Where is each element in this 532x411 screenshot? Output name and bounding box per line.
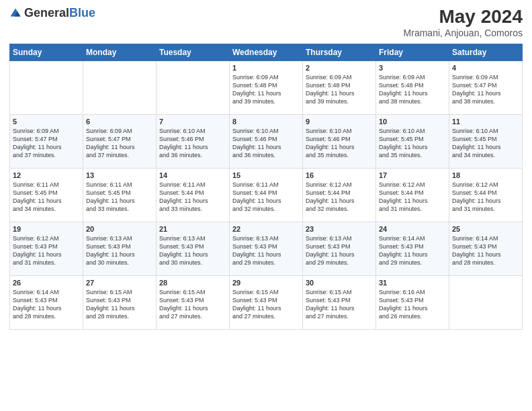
day-info: Sunrise: 6:11 AMSunset: 5:45 PMDaylight:… [86,181,153,214]
calendar-cell: 5Sunrise: 6:09 AMSunset: 5:47 PMDaylight… [10,114,83,168]
day-number: 14 [159,171,226,179]
calendar-week-4: 19Sunrise: 6:12 AMSunset: 5:43 PMDayligh… [10,222,523,275]
day-info: Sunrise: 6:10 AMSunset: 5:45 PMDaylight:… [379,127,446,160]
day-number: 11 [452,118,519,126]
day-number: 8 [232,118,300,126]
calendar-cell: 12Sunrise: 6:11 AMSunset: 5:45 PMDayligh… [10,168,83,222]
day-number: 2 [306,64,373,72]
calendar-cell: 17Sunrise: 6:12 AMSunset: 5:44 PMDayligh… [376,168,449,222]
logo: GeneralBlue [9,7,95,19]
day-info: Sunrise: 6:09 AMSunset: 5:47 PMDaylight:… [452,73,519,106]
day-info: Sunrise: 6:10 AMSunset: 5:46 PMDaylight:… [306,127,373,160]
day-number: 22 [232,225,300,233]
day-number: 3 [379,64,446,72]
calendar-cell: 22Sunrise: 6:13 AMSunset: 5:43 PMDayligh… [230,222,303,275]
main-container: GeneralBlue May 2024 Mramani, Anjouan, C… [0,0,532,334]
calendar-cell: 30Sunrise: 6:15 AMSunset: 5:43 PMDayligh… [303,275,376,329]
calendar-cell: 1Sunrise: 6:09 AMSunset: 5:48 PMDaylight… [230,60,303,114]
day-number: 30 [306,279,373,287]
day-number: 21 [159,225,226,233]
day-info: Sunrise: 6:09 AMSunset: 5:48 PMDaylight:… [232,73,300,106]
day-number: 6 [86,118,153,126]
calendar-cell: 9Sunrise: 6:10 AMSunset: 5:46 PMDaylight… [303,114,376,168]
day-info: Sunrise: 6:13 AMSunset: 5:43 PMDaylight:… [306,234,373,267]
title-block: May 2024 Mramani, Anjouan, Comoros [404,7,523,38]
day-number: 27 [86,279,153,287]
day-number: 13 [86,171,153,179]
day-info: Sunrise: 6:14 AMSunset: 5:43 PMDaylight:… [452,234,519,267]
calendar-cell: 10Sunrise: 6:10 AMSunset: 5:45 PMDayligh… [376,114,449,168]
calendar-cell: 21Sunrise: 6:13 AMSunset: 5:43 PMDayligh… [157,222,230,275]
calendar-cell: 7Sunrise: 6:10 AMSunset: 5:46 PMDaylight… [157,114,230,168]
day-number: 15 [232,171,300,179]
day-info: Sunrise: 6:15 AMSunset: 5:43 PMDaylight:… [306,288,373,321]
day-info: Sunrise: 6:15 AMSunset: 5:43 PMDaylight:… [86,288,153,321]
calendar-table: Sunday Monday Tuesday Wednesday Thursday… [9,44,523,330]
day-number: 18 [452,171,519,179]
calendar-cell: 23Sunrise: 6:13 AMSunset: 5:43 PMDayligh… [303,222,376,275]
day-info: Sunrise: 6:12 AMSunset: 5:44 PMDaylight:… [379,181,446,214]
day-info: Sunrise: 6:11 AMSunset: 5:45 PMDaylight:… [13,181,80,214]
day-number: 26 [13,279,80,287]
calendar-cell: 3Sunrise: 6:09 AMSunset: 5:48 PMDaylight… [376,60,449,114]
day-number: 5 [13,118,80,126]
day-info: Sunrise: 6:15 AMSunset: 5:43 PMDaylight:… [159,288,226,321]
day-number: 17 [379,171,446,179]
day-info: Sunrise: 6:16 AMSunset: 5:43 PMDaylight:… [379,288,446,321]
day-number: 16 [306,171,373,179]
calendar-title: May 2024 [404,7,523,28]
calendar-cell: 14Sunrise: 6:11 AMSunset: 5:44 PMDayligh… [157,168,230,222]
calendar-cell: 4Sunrise: 6:09 AMSunset: 5:47 PMDaylight… [449,60,523,114]
day-number: 4 [452,64,519,72]
logo-blue: Blue [69,6,95,19]
day-info: Sunrise: 6:12 AMSunset: 5:44 PMDaylight:… [306,181,373,214]
calendar-cell: 11Sunrise: 6:10 AMSunset: 5:45 PMDayligh… [449,114,523,168]
col-tuesday: Tuesday [157,44,230,60]
calendar-cell: 16Sunrise: 6:12 AMSunset: 5:44 PMDayligh… [303,168,376,222]
logo-text: GeneralBlue [24,7,95,19]
calendar-cell: 29Sunrise: 6:15 AMSunset: 5:43 PMDayligh… [230,275,303,329]
day-info: Sunrise: 6:10 AMSunset: 5:45 PMDaylight:… [452,127,519,160]
calendar-cell: 18Sunrise: 6:12 AMSunset: 5:44 PMDayligh… [449,168,523,222]
calendar-cell [10,60,83,114]
day-number: 7 [159,118,226,126]
logo-icon [9,7,21,19]
day-info: Sunrise: 6:13 AMSunset: 5:43 PMDaylight:… [159,234,226,267]
day-info: Sunrise: 6:10 AMSunset: 5:46 PMDaylight:… [159,127,226,160]
day-number: 1 [232,64,300,72]
calendar-cell: 28Sunrise: 6:15 AMSunset: 5:43 PMDayligh… [157,275,230,329]
calendar-cell: 20Sunrise: 6:13 AMSunset: 5:43 PMDayligh… [83,222,157,275]
day-info: Sunrise: 6:09 AMSunset: 5:47 PMDaylight:… [86,127,153,160]
day-number: 31 [379,279,446,287]
day-number: 24 [379,225,446,233]
day-number: 29 [232,279,300,287]
day-number: 28 [159,279,226,287]
calendar-cell: 6Sunrise: 6:09 AMSunset: 5:47 PMDaylight… [83,114,157,168]
calendar-cell: 15Sunrise: 6:11 AMSunset: 5:44 PMDayligh… [230,168,303,222]
calendar-cell: 26Sunrise: 6:14 AMSunset: 5:43 PMDayligh… [10,275,83,329]
calendar-cell [449,275,523,329]
col-monday: Monday [83,44,157,60]
day-info: Sunrise: 6:09 AMSunset: 5:48 PMDaylight:… [306,73,373,106]
logo-general: General [24,6,69,19]
day-info: Sunrise: 6:14 AMSunset: 5:43 PMDaylight:… [379,234,446,267]
calendar-week-5: 26Sunrise: 6:14 AMSunset: 5:43 PMDayligh… [10,275,523,329]
col-wednesday: Wednesday [230,44,303,60]
col-sunday: Sunday [10,44,83,60]
calendar-cell: 24Sunrise: 6:14 AMSunset: 5:43 PMDayligh… [376,222,449,275]
calendar-cell: 2Sunrise: 6:09 AMSunset: 5:48 PMDaylight… [303,60,376,114]
day-number: 12 [13,171,80,179]
calendar-location: Mramani, Anjouan, Comoros [404,28,523,38]
calendar-cell: 8Sunrise: 6:10 AMSunset: 5:46 PMDaylight… [230,114,303,168]
calendar-cell [157,60,230,114]
day-info: Sunrise: 6:15 AMSunset: 5:43 PMDaylight:… [232,288,300,321]
calendar-cell: 27Sunrise: 6:15 AMSunset: 5:43 PMDayligh… [83,275,157,329]
day-info: Sunrise: 6:09 AMSunset: 5:47 PMDaylight:… [13,127,80,160]
day-number: 20 [86,225,153,233]
calendar-cell: 19Sunrise: 6:12 AMSunset: 5:43 PMDayligh… [10,222,83,275]
calendar-week-3: 12Sunrise: 6:11 AMSunset: 5:45 PMDayligh… [10,168,523,222]
calendar-cell: 31Sunrise: 6:16 AMSunset: 5:43 PMDayligh… [376,275,449,329]
day-number: 25 [452,225,519,233]
day-info: Sunrise: 6:14 AMSunset: 5:43 PMDaylight:… [13,288,80,321]
day-info: Sunrise: 6:11 AMSunset: 5:44 PMDaylight:… [159,181,226,214]
